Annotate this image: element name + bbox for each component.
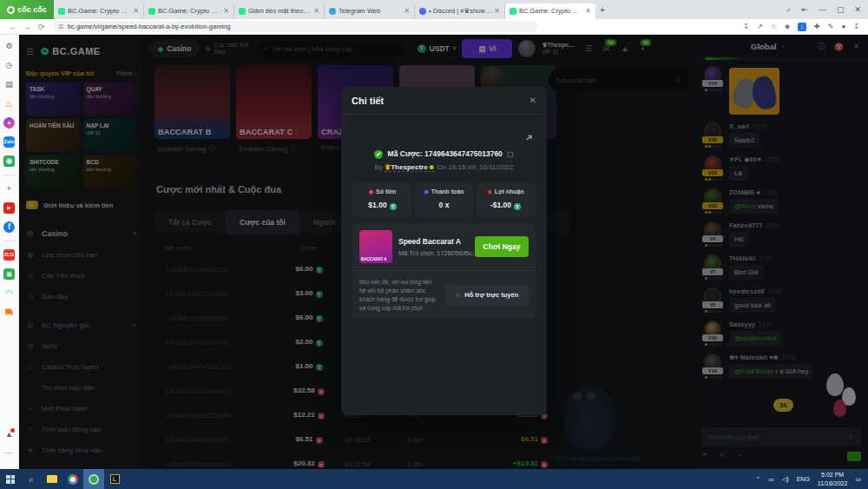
share-icon[interactable]: ➔ bbox=[523, 131, 536, 145]
youtube-icon[interactable]: ▶ bbox=[3, 202, 15, 214]
headset-icon: ∩ bbox=[456, 291, 462, 300]
adblock-shield-icon[interactable]: ◈ bbox=[785, 23, 790, 31]
save-page-icon[interactable]: ↧ bbox=[743, 23, 749, 31]
tab-close-icon[interactable]: ✕ bbox=[133, 7, 139, 15]
volume-icon[interactable]: ◁) bbox=[782, 476, 789, 483]
facebook-icon[interactable]: f bbox=[3, 221, 15, 233]
verified-shield-icon: ✔ bbox=[374, 150, 383, 159]
messenger-icon[interactable]: ✦ bbox=[3, 117, 15, 129]
browser-tab[interactable]: Giảm tiền mặt theo tiến hóa!✕ bbox=[234, 3, 325, 19]
browser-side-strip: ⚙◷▤♨✦Zalo◉+▶f25.11▣◠⛟▲… bbox=[0, 35, 19, 469]
reading-list-icon[interactable]: ▤ bbox=[3, 79, 15, 90]
url-field[interactable]: ⚿ bc.game/vi/game/speed-baccarat-a-by-ev… bbox=[52, 21, 538, 32]
start-button[interactable] bbox=[0, 469, 21, 489]
stat-value: $1.00T bbox=[352, 201, 412, 210]
browser-tab[interactable]: BC.Game: Crypto Casino Gan✕ bbox=[144, 3, 234, 19]
tab-close-icon[interactable]: ✕ bbox=[223, 7, 229, 15]
tray-chevron-icon[interactable]: ⌃ bbox=[755, 476, 760, 483]
reload-icon[interactable]: ⟳ bbox=[38, 23, 45, 31]
stat-s-ti-n: ◆Số tiền$1.00T bbox=[352, 183, 412, 216]
settings-icon[interactable]: ⚙ bbox=[3, 41, 15, 52]
bet-stats: ◆Số tiền$1.00T◆Thanh toán0 x◆Lợi nhuận-$… bbox=[352, 183, 536, 216]
share-icon[interactable]: ↗ bbox=[757, 23, 763, 31]
language-indicator[interactable]: ENG bbox=[797, 476, 810, 482]
telegram-favicon-icon bbox=[329, 8, 336, 15]
history-icon[interactable]: ◷ bbox=[3, 60, 15, 71]
usdt-coin-icon: T bbox=[390, 203, 397, 210]
bookmark-star-icon[interactable]: ☆ bbox=[771, 23, 777, 31]
live-support-button[interactable]: ∩ Hỗ trợ trực tuyến bbox=[445, 285, 529, 306]
back-icon[interactable]: ← bbox=[9, 23, 16, 31]
more-icon[interactable]: … bbox=[5, 446, 13, 455]
tab-close-icon[interactable]: ✕ bbox=[313, 7, 319, 15]
bet-by-row: By ♛Thespectre☻ On 16:16:49, 16/11/2022 bbox=[341, 163, 547, 171]
extension-icon[interactable]: ✚ bbox=[814, 23, 820, 31]
game-thumbnail[interactable]: BACCARAT A bbox=[359, 230, 392, 263]
bet-id-value: 1749643647475013760 bbox=[424, 149, 503, 158]
wallet-icon: ◆ bbox=[424, 188, 428, 195]
game-code-row: Mã Trò chơi: 172805f0f6c... ▢ bbox=[398, 249, 469, 257]
bet-username[interactable]: ♛Thespectre☻ bbox=[385, 163, 435, 172]
chips-icon: ◆ bbox=[487, 188, 491, 195]
file-explorer-icon[interactable] bbox=[42, 469, 62, 489]
url-text: bc.game/vi/game/speed-baccarat-a-by-evol… bbox=[68, 23, 231, 30]
notification-dot bbox=[10, 428, 15, 433]
action-center-icon[interactable]: ▭ bbox=[855, 476, 861, 483]
browser-tab-bar: cốc cốc BC.Game: Crypto Casino Gan✕BC.Ga… bbox=[0, 0, 868, 19]
browser-tab[interactable]: BC.Game: Crypto Casino Gan✕ bbox=[54, 3, 144, 19]
game-info-panel: BACCARAT A Speed Baccarat A Mã Trò chơi:… bbox=[352, 223, 536, 319]
game-title: Speed Baccarat A bbox=[398, 237, 469, 246]
maximize-button[interactable]: ▢ bbox=[837, 5, 845, 14]
network-icon[interactable]: ▭ bbox=[768, 476, 774, 483]
games-icon[interactable]: ◉ bbox=[3, 155, 15, 167]
stat-l-i-nhu-n: ◆Lợi nhuận-$1.00T bbox=[476, 183, 536, 216]
tab-close-icon[interactable]: ✕ bbox=[494, 7, 500, 15]
tab-close-icon[interactable]: ✕ bbox=[585, 7, 591, 15]
hot-icon[interactable]: ♨ bbox=[3, 98, 15, 109]
cart-icon[interactable]: ⛟ bbox=[3, 307, 15, 318]
browser-tab[interactable]: • Discord | #♛show-off-you✕ bbox=[415, 3, 505, 19]
browser-menu-button[interactable]: cốc cốc bbox=[0, 0, 54, 19]
stat-label: ◆Thanh toán bbox=[414, 188, 474, 195]
browser-tab-strip: BC.Game: Crypto Casino Gan✕BC.Game: Cryp… bbox=[54, 1, 595, 19]
stat-label: ◆Số tiền bbox=[352, 188, 412, 195]
zalo-icon[interactable]: Zalo bbox=[3, 136, 15, 148]
forward-icon[interactable]: → bbox=[23, 23, 31, 31]
copy-icon[interactable]: ▢ bbox=[507, 150, 514, 158]
sale-2511-icon[interactable]: 25.11 bbox=[3, 249, 15, 261]
minimize-button[interactable]: — bbox=[819, 5, 826, 14]
account-icon[interactable]: ● bbox=[841, 23, 845, 31]
taskbar-search-icon[interactable]: ⌕ bbox=[21, 469, 42, 489]
browser-tab[interactable]: BC.Game: Crypto Casino Gan✕ bbox=[505, 3, 595, 19]
notifications-bell-icon[interactable]: ▲ bbox=[5, 430, 13, 439]
stat-thanh-to-n: ◆Thanh toán0 x bbox=[414, 183, 474, 216]
tab-title: Telegram Web bbox=[339, 7, 401, 15]
league-of-legends-icon[interactable]: L bbox=[104, 469, 125, 489]
browser-menu-label: cốc cốc bbox=[17, 5, 47, 14]
download-manager-icon[interactable]: ↓ bbox=[798, 23, 806, 31]
chrome-icon[interactable] bbox=[62, 469, 83, 489]
browser-address-bar: ← → ⟳ ⚿ bc.game/vi/game/speed-baccarat-a… bbox=[0, 19, 868, 35]
tab-close-icon[interactable]: ✕ bbox=[404, 7, 410, 15]
screen: cốc cốc BC.Game: Crypto Casino Gan✕BC.Ga… bbox=[0, 0, 868, 489]
profile-pen-icon[interactable]: ✎ bbox=[828, 23, 834, 31]
add-icon[interactable]: + bbox=[3, 183, 15, 195]
bcgame-favicon-icon bbox=[58, 8, 65, 15]
close-button[interactable]: ✕ bbox=[854, 5, 861, 14]
downloads-tray-icon[interactable]: ↧ bbox=[853, 23, 859, 31]
divider bbox=[3, 241, 16, 241]
tab-search-icon[interactable]: ⌕ bbox=[786, 5, 791, 15]
coccoc-logo-icon bbox=[7, 6, 15, 14]
browser-tab[interactable]: Telegram Web✕ bbox=[325, 3, 415, 19]
taskbar-clock[interactable]: 5:02 PM 11/16/2022 bbox=[818, 471, 848, 486]
stat-label: ◆Lợi nhuận bbox=[476, 188, 536, 195]
toolbar-icons: ↧↗☆◈↓✚✎●↧ bbox=[743, 23, 859, 31]
coccoc-taskbar-icon[interactable] bbox=[83, 469, 104, 489]
shopee-bag-icon[interactable]: ▣ bbox=[3, 268, 15, 280]
modal-close-icon[interactable]: ✕ bbox=[529, 96, 536, 105]
hat-icon[interactable]: ◠ bbox=[3, 287, 15, 299]
pin-tabs-icon[interactable]: ⇤ bbox=[801, 5, 808, 14]
tab-title: BC.Game: Crypto Casino Gan bbox=[519, 7, 582, 15]
new-tab-button[interactable]: + bbox=[595, 4, 609, 15]
play-now-button[interactable]: Chơi Ngay bbox=[475, 236, 529, 257]
